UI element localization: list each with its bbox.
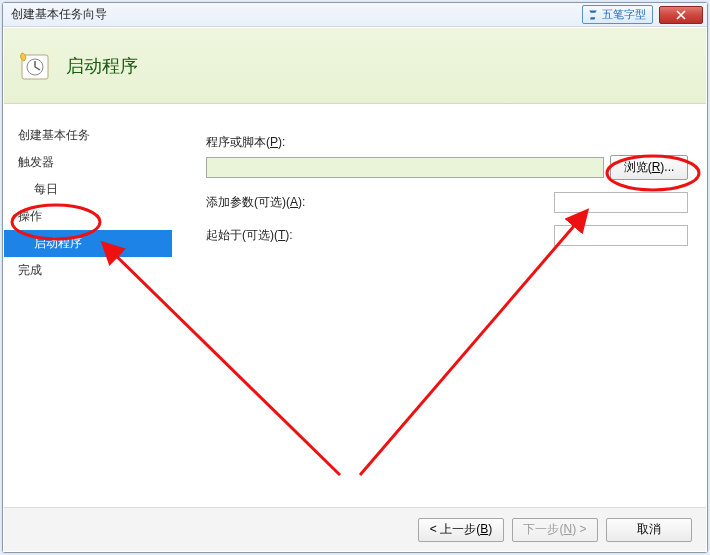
program-script-label: 程序或脚本(P): xyxy=(206,134,285,151)
ime-icon xyxy=(587,9,599,21)
wizard-footer: < 上一步(B) 下一步(N) > 取消 xyxy=(4,507,706,551)
close-button[interactable] xyxy=(659,6,703,24)
startin-label: 起始于(可选)(T): xyxy=(206,227,324,244)
sidebar-item-finish[interactable]: 完成 xyxy=(4,257,172,284)
ime-badge-text: 五笔字型 xyxy=(602,7,646,22)
wizard-body: 创建基本任务 触发器 每日 操作 启动程序 完成 程序或脚本(P): 浏览(R)… xyxy=(4,104,706,507)
title-bar: 创建基本任务向导 五笔字型 xyxy=(3,3,707,27)
arguments-label: 添加参数(可选)(A): xyxy=(206,194,324,211)
window-title: 创建基本任务向导 xyxy=(11,6,107,23)
startin-input[interactable] xyxy=(554,225,688,246)
sidebar-item-daily[interactable]: 每日 xyxy=(4,176,172,203)
wizard-header: 启动程序 xyxy=(4,28,706,104)
sidebar-item-action[interactable]: 操作 xyxy=(4,203,172,230)
ime-badge[interactable]: 五笔字型 xyxy=(582,5,653,24)
sidebar-item-create-basic-task[interactable]: 创建基本任务 xyxy=(4,122,172,149)
page-title: 启动程序 xyxy=(66,54,138,78)
wizard-window: 创建基本任务向导 五笔字型 启动程序 创建基本任务 触 xyxy=(2,2,708,553)
wizard-content: 程序或脚本(P): 浏览(R)... 添加参数(可选)(A): 起始于(可选)(… xyxy=(172,104,706,507)
browse-button[interactable]: 浏览(R)... xyxy=(610,155,688,180)
wizard-sidebar: 创建基本任务 触发器 每日 操作 启动程序 完成 xyxy=(4,104,172,507)
client-area: 启动程序 创建基本任务 触发器 每日 操作 启动程序 完成 程序或脚本(P): … xyxy=(3,27,707,552)
sidebar-item-trigger[interactable]: 触发器 xyxy=(4,149,172,176)
program-script-input[interactable] xyxy=(206,157,604,178)
sidebar-item-start-program[interactable]: 启动程序 xyxy=(4,230,172,257)
next-button[interactable]: 下一步(N) > xyxy=(512,518,598,542)
arguments-input[interactable] xyxy=(554,192,688,213)
clock-task-icon xyxy=(18,49,52,83)
cancel-button[interactable]: 取消 xyxy=(606,518,692,542)
close-icon xyxy=(676,10,686,20)
back-button[interactable]: < 上一步(B) xyxy=(418,518,504,542)
